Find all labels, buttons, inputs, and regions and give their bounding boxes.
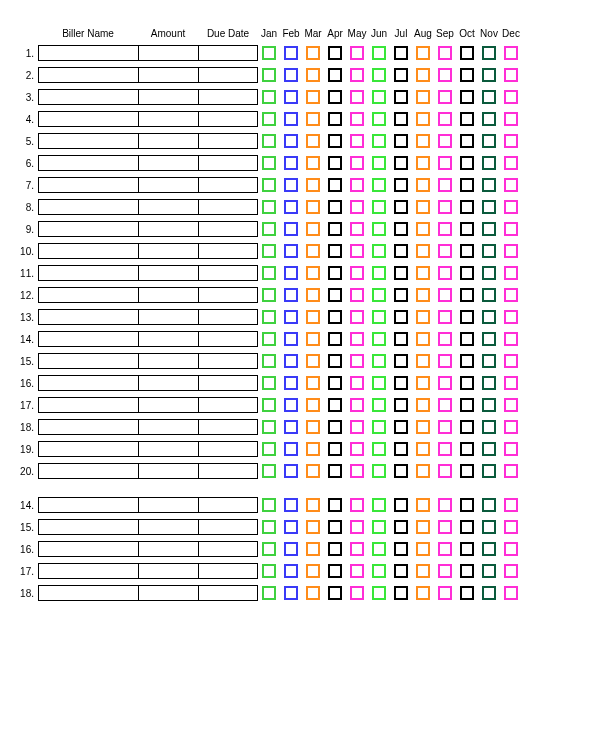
month-checkbox-jun[interactable]: [372, 442, 386, 456]
month-checkbox-nov[interactable]: [482, 442, 496, 456]
month-checkbox-jun[interactable]: [372, 222, 386, 236]
month-checkbox-jun[interactable]: [372, 520, 386, 534]
amount-input[interactable]: [138, 265, 198, 281]
month-checkbox-jan[interactable]: [262, 288, 276, 302]
month-checkbox-jul[interactable]: [394, 464, 408, 478]
month-checkbox-jun[interactable]: [372, 354, 386, 368]
month-checkbox-jan[interactable]: [262, 420, 276, 434]
biller-name-input[interactable]: [38, 309, 138, 325]
month-checkbox-feb[interactable]: [284, 266, 298, 280]
month-checkbox-jun[interactable]: [372, 266, 386, 280]
month-checkbox-aug[interactable]: [416, 442, 430, 456]
month-checkbox-dec[interactable]: [504, 464, 518, 478]
month-checkbox-nov[interactable]: [482, 354, 496, 368]
month-checkbox-nov[interactable]: [482, 266, 496, 280]
month-checkbox-sep[interactable]: [438, 156, 452, 170]
amount-input[interactable]: [138, 331, 198, 347]
amount-input[interactable]: [138, 67, 198, 83]
month-checkbox-apr[interactable]: [328, 498, 342, 512]
month-checkbox-aug[interactable]: [416, 310, 430, 324]
month-checkbox-may[interactable]: [350, 442, 364, 456]
month-checkbox-may[interactable]: [350, 46, 364, 60]
month-checkbox-mar[interactable]: [306, 420, 320, 434]
month-checkbox-jan[interactable]: [262, 178, 276, 192]
month-checkbox-nov[interactable]: [482, 464, 496, 478]
due-date-input[interactable]: [198, 397, 258, 413]
month-checkbox-sep[interactable]: [438, 112, 452, 126]
month-checkbox-feb[interactable]: [284, 542, 298, 556]
amount-input[interactable]: [138, 309, 198, 325]
month-checkbox-feb[interactable]: [284, 564, 298, 578]
month-checkbox-jan[interactable]: [262, 332, 276, 346]
month-checkbox-oct[interactable]: [460, 376, 474, 390]
due-date-input[interactable]: [198, 585, 258, 601]
month-checkbox-feb[interactable]: [284, 310, 298, 324]
month-checkbox-jul[interactable]: [394, 442, 408, 456]
month-checkbox-oct[interactable]: [460, 464, 474, 478]
month-checkbox-mar[interactable]: [306, 244, 320, 258]
amount-input[interactable]: [138, 177, 198, 193]
month-checkbox-apr[interactable]: [328, 68, 342, 82]
month-checkbox-nov[interactable]: [482, 200, 496, 214]
month-checkbox-feb[interactable]: [284, 156, 298, 170]
month-checkbox-dec[interactable]: [504, 134, 518, 148]
month-checkbox-mar[interactable]: [306, 156, 320, 170]
due-date-input[interactable]: [198, 563, 258, 579]
due-date-input[interactable]: [198, 541, 258, 557]
month-checkbox-may[interactable]: [350, 288, 364, 302]
month-checkbox-may[interactable]: [350, 178, 364, 192]
month-checkbox-sep[interactable]: [438, 498, 452, 512]
month-checkbox-jul[interactable]: [394, 542, 408, 556]
month-checkbox-aug[interactable]: [416, 178, 430, 192]
month-checkbox-may[interactable]: [350, 332, 364, 346]
month-checkbox-jan[interactable]: [262, 222, 276, 236]
month-checkbox-feb[interactable]: [284, 354, 298, 368]
month-checkbox-may[interactable]: [350, 542, 364, 556]
month-checkbox-aug[interactable]: [416, 332, 430, 346]
month-checkbox-feb[interactable]: [284, 200, 298, 214]
month-checkbox-jan[interactable]: [262, 266, 276, 280]
month-checkbox-jul[interactable]: [394, 586, 408, 600]
amount-input[interactable]: [138, 155, 198, 171]
month-checkbox-jan[interactable]: [262, 156, 276, 170]
month-checkbox-jul[interactable]: [394, 134, 408, 148]
month-checkbox-mar[interactable]: [306, 112, 320, 126]
biller-name-input[interactable]: [38, 441, 138, 457]
biller-name-input[interactable]: [38, 89, 138, 105]
month-checkbox-feb[interactable]: [284, 288, 298, 302]
amount-input[interactable]: [138, 45, 198, 61]
month-checkbox-oct[interactable]: [460, 288, 474, 302]
month-checkbox-dec[interactable]: [504, 46, 518, 60]
month-checkbox-nov[interactable]: [482, 332, 496, 346]
amount-input[interactable]: [138, 563, 198, 579]
month-checkbox-sep[interactable]: [438, 288, 452, 302]
month-checkbox-apr[interactable]: [328, 354, 342, 368]
amount-input[interactable]: [138, 541, 198, 557]
month-checkbox-mar[interactable]: [306, 376, 320, 390]
month-checkbox-mar[interactable]: [306, 398, 320, 412]
month-checkbox-mar[interactable]: [306, 464, 320, 478]
month-checkbox-may[interactable]: [350, 134, 364, 148]
month-checkbox-aug[interactable]: [416, 464, 430, 478]
month-checkbox-feb[interactable]: [284, 46, 298, 60]
month-checkbox-apr[interactable]: [328, 46, 342, 60]
month-checkbox-jul[interactable]: [394, 398, 408, 412]
month-checkbox-sep[interactable]: [438, 68, 452, 82]
month-checkbox-dec[interactable]: [504, 564, 518, 578]
month-checkbox-jul[interactable]: [394, 310, 408, 324]
month-checkbox-apr[interactable]: [328, 564, 342, 578]
month-checkbox-oct[interactable]: [460, 332, 474, 346]
amount-input[interactable]: [138, 497, 198, 513]
month-checkbox-aug[interactable]: [416, 134, 430, 148]
month-checkbox-aug[interactable]: [416, 244, 430, 258]
month-checkbox-mar[interactable]: [306, 200, 320, 214]
biller-name-input[interactable]: [38, 287, 138, 303]
month-checkbox-dec[interactable]: [504, 376, 518, 390]
month-checkbox-oct[interactable]: [460, 586, 474, 600]
due-date-input[interactable]: [198, 497, 258, 513]
month-checkbox-aug[interactable]: [416, 420, 430, 434]
due-date-input[interactable]: [198, 375, 258, 391]
biller-name-input[interactable]: [38, 563, 138, 579]
month-checkbox-may[interactable]: [350, 520, 364, 534]
amount-input[interactable]: [138, 133, 198, 149]
